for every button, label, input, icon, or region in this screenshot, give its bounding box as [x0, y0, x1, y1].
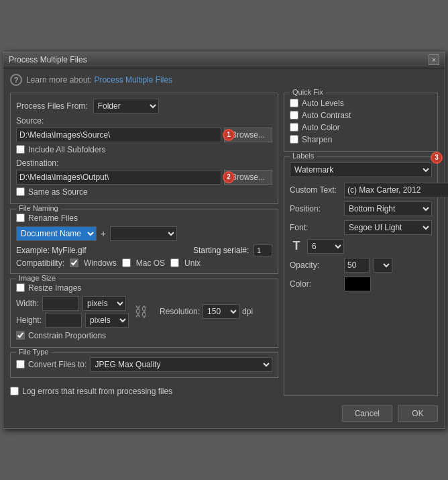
- resolution-label: Resolution:: [160, 307, 200, 316]
- unix-label: Unix: [184, 258, 201, 268]
- rename-files-checkbox[interactable]: [16, 213, 25, 222]
- font-size-select[interactable]: 6 8 10 12 14 16 18 24 36: [307, 239, 344, 254]
- font-label: Font:: [290, 223, 340, 232]
- ok-button[interactable]: OK: [398, 405, 438, 422]
- resolution-select[interactable]: 150 72 96 300: [203, 304, 239, 319]
- opacity-input[interactable]: [344, 258, 370, 273]
- help-row: ? Learn more about: Process Multiple Fil…: [10, 74, 438, 86]
- include-subfolders-checkbox[interactable]: [16, 145, 25, 154]
- height-unit-select[interactable]: pixels percent inches cm: [85, 313, 129, 328]
- image-size-group-label: Image Size: [16, 274, 58, 282]
- color-swatch[interactable]: [344, 277, 371, 291]
- file-type-group-label: File Type: [16, 348, 51, 356]
- auto-levels-label: Auto Levels: [302, 99, 344, 108]
- sharpen-label: Sharpen: [302, 135, 332, 144]
- quick-fix-group-label: Quick Fix: [290, 88, 326, 96]
- compat-label: Compatibility:: [16, 258, 64, 268]
- image-size-group: Image Size Resize Images Width: pixels: [10, 279, 278, 348]
- height-input[interactable]: [45, 313, 82, 328]
- close-button[interactable]: ×: [429, 54, 439, 65]
- dialog-title: Process Multiple Files: [9, 55, 87, 64]
- serial-label: Starting serial#:: [193, 244, 272, 256]
- unix-checkbox[interactable]: [170, 258, 179, 267]
- labels-badge: 3: [431, 152, 443, 164]
- width-label: Width:: [16, 299, 39, 308]
- help-prefix: Learn more about:: [26, 75, 92, 85]
- position-select[interactable]: Bottom Right Top Left Top Right Bottom L…: [344, 201, 432, 216]
- right-column: Quick Fix Auto Levels Auto Contrast Auto…: [284, 93, 438, 396]
- destination-label: Destination:: [16, 158, 58, 168]
- title-bar: Process Multiple Files ×: [3, 52, 445, 68]
- source-badge: 1: [223, 129, 235, 141]
- process-from-select[interactable]: Folder Files Import Opened Files: [93, 99, 159, 113]
- labels-type-select[interactable]: Watermark Copyright Notice Caption Credi…: [290, 162, 432, 177]
- custom-text-label: Custom Text:: [290, 185, 340, 195]
- auto-contrast-checkbox[interactable]: [290, 111, 298, 119]
- auto-color-checkbox[interactable]: [290, 123, 298, 132]
- position-label: Position:: [290, 204, 340, 213]
- mac-checkbox[interactable]: [122, 258, 131, 267]
- source-input[interactable]: [16, 128, 221, 142]
- opacity-unit-select[interactable]: [374, 258, 392, 273]
- file-type-group: File Type Convert Files to: JPEG Max Qua…: [10, 352, 278, 378]
- bottom-buttons: Cancel OK: [10, 401, 438, 422]
- width-unit-select[interactable]: pixels percent inches cm: [82, 296, 126, 311]
- source-label: Source:: [16, 116, 44, 126]
- custom-text-input[interactable]: [344, 183, 448, 197]
- color-label: Color:: [290, 279, 340, 289]
- auto-color-label: Auto Color: [302, 123, 340, 132]
- constrain-proportions-label: Constrain Proportions: [28, 331, 106, 340]
- dpi-label: dpi: [242, 307, 253, 316]
- labels-group-label: Labels: [290, 152, 317, 160]
- log-errors-label: Log errors that result from processing f…: [22, 387, 172, 396]
- second-name-select[interactable]: [110, 226, 177, 241]
- convert-files-label: Convert Files to:: [28, 360, 87, 369]
- help-link[interactable]: Process Multiple Files: [94, 75, 172, 85]
- opacity-label: Opacity:: [290, 260, 340, 270]
- serial-input[interactable]: [254, 244, 272, 256]
- process-from-group: Process Files From: Folder Files Import …: [10, 93, 278, 204]
- file-naming-group-label: File Naming: [16, 204, 61, 212]
- left-column: Process Files From: Folder Files Import …: [10, 93, 278, 396]
- height-label: Height:: [16, 316, 42, 325]
- log-errors-checkbox[interactable]: [10, 387, 19, 395]
- log-errors-row: Log errors that result from processing f…: [10, 387, 278, 396]
- destination-badge: 2: [223, 171, 235, 183]
- same-as-source-checkbox[interactable]: [16, 187, 25, 196]
- mac-label: Mac OS: [136, 258, 165, 268]
- resize-images-label: Resize Images: [28, 283, 81, 293]
- process-from-label: Process Files From:: [16, 101, 88, 111]
- doc-name-select[interactable]: Document Name: [16, 226, 97, 241]
- destination-input[interactable]: [16, 170, 221, 185]
- windows-checkbox[interactable]: [70, 258, 78, 267]
- constrain-proportions-checkbox[interactable]: [16, 331, 25, 340]
- convert-files-checkbox[interactable]: [16, 360, 25, 369]
- resize-images-checkbox[interactable]: [16, 283, 25, 292]
- rename-files-label: Rename Files: [28, 213, 78, 223]
- auto-contrast-label: Auto Contrast: [302, 111, 351, 120]
- format-select[interactable]: JPEG Max Quality JPEG High Quality JPEG …: [90, 357, 272, 372]
- width-input[interactable]: [42, 296, 79, 311]
- font-select[interactable]: Segoe UI Light Arial Times New Roman Hel…: [344, 220, 432, 235]
- font-size-icon: T: [290, 239, 303, 253]
- quick-fix-group: Quick Fix Auto Levels Auto Contrast Auto…: [284, 93, 438, 152]
- file-naming-group: File Naming Rename Files Document Name +: [10, 209, 278, 274]
- labels-group: Labels 3 Watermark Copyright Notice Capt…: [284, 156, 438, 396]
- cancel-button[interactable]: Cancel: [342, 405, 392, 422]
- include-subfolders-label: Include All Subfolders: [28, 145, 105, 154]
- windows-label: Windows: [84, 258, 117, 268]
- process-multiple-files-dialog: Process Multiple Files × ? Learn more ab…: [3, 52, 445, 429]
- example-text: Example: MyFile.gif: [16, 246, 87, 255]
- plus-separator: +: [99, 228, 107, 239]
- auto-levels-checkbox[interactable]: [290, 99, 298, 107]
- sharpen-checkbox[interactable]: [290, 135, 298, 144]
- help-icon[interactable]: ?: [10, 74, 22, 86]
- same-as-source-label: Same as Source: [28, 187, 88, 197]
